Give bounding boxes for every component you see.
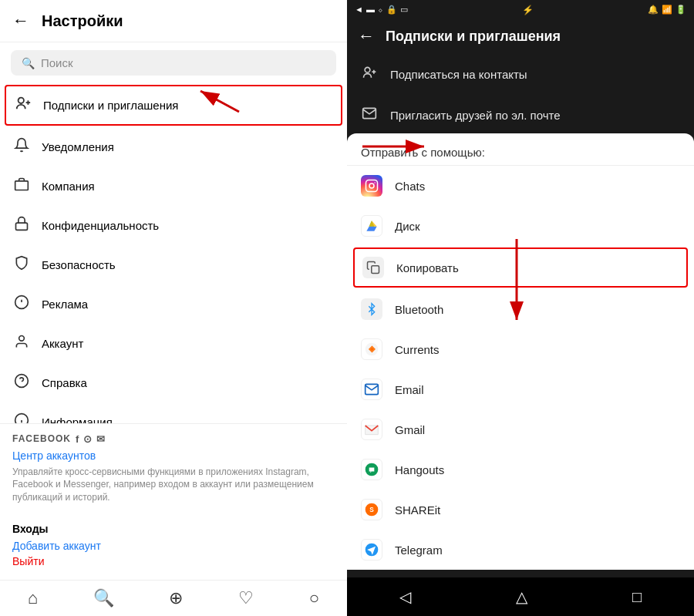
drive-app-icon	[361, 215, 382, 237]
left-title: Настройки	[42, 12, 123, 30]
subscribe-icon	[361, 65, 378, 84]
right-home-nav-icon[interactable]: △	[516, 587, 527, 606]
privacy-icon	[12, 216, 31, 235]
signal-icon: ◄	[355, 5, 363, 14]
entries-section: Входы Добавить аккаунт Выйти	[0, 513, 347, 580]
info-label: Информация	[42, 416, 113, 423]
share-item-currents[interactable]: ◈ Currents	[347, 329, 694, 369]
drive-label: Диск	[395, 220, 420, 233]
left-bottom-nav: ⌂ 🔍 ⊕ ♡ ○	[0, 580, 347, 616]
battery-icon: 🔋	[675, 5, 686, 15]
profile-icon[interactable]: ○	[309, 588, 319, 608]
notifications-icon	[12, 137, 31, 157]
right-back-icon[interactable]: ←	[358, 26, 375, 46]
menu-item-ads[interactable]: Реклама	[0, 284, 347, 324]
fb-title: FACEBOOK f ⊙ ✉	[12, 433, 335, 445]
right-item-email-invite[interactable]: Пригласить друзей по эл. почте	[347, 95, 694, 136]
menu-item-account[interactable]: Аккаунт	[0, 324, 347, 363]
svg-rect-34	[372, 266, 379, 274]
storage-icon: ▬	[366, 5, 375, 14]
share-item-chats[interactable]: Chats	[347, 166, 694, 206]
menu-item-help[interactable]: Справка	[0, 363, 347, 402]
shareit-label: SHAREit	[395, 503, 440, 517]
svg-rect-4	[16, 223, 28, 230]
right-item-subscribe[interactable]: Подписаться на контакты	[347, 54, 694, 95]
email-invite-icon	[361, 106, 378, 125]
email-invite-label: Пригласить друзей по эл. почте	[390, 109, 561, 122]
status-right: 🔔 📶 🔋	[648, 5, 686, 15]
left-header: ← Настройки	[0, 0, 347, 42]
left-panel: ← Настройки 🔍 Поиск Подписки и приглашен…	[0, 0, 347, 616]
home-icon[interactable]: ⌂	[28, 588, 38, 608]
add-icon[interactable]: ⊕	[169, 588, 183, 608]
company-label: Компания	[42, 180, 95, 193]
gmail-app-icon	[361, 419, 382, 440]
right-back-nav-icon[interactable]: ◁	[399, 587, 411, 606]
hangouts-app-icon	[361, 459, 382, 480]
share-item-hangouts[interactable]: Hangouts	[347, 449, 694, 490]
menu-item-info[interactable]: Информация	[0, 402, 347, 423]
right-header: ← Подписки и приглашения	[347, 19, 694, 54]
volume-icon: 🔔	[648, 5, 659, 15]
menu-item-company[interactable]: Компания	[0, 167, 347, 206]
chats-label: Chats	[395, 180, 425, 193]
gmail-label: Gmail	[395, 423, 425, 436]
wifi-icon: 📶	[662, 5, 672, 15]
search-bar[interactable]: 🔍 Поиск	[11, 50, 336, 76]
share-item-telegram[interactable]: Telegram	[347, 530, 694, 570]
search-nav-icon[interactable]: 🔍	[93, 588, 114, 608]
currents-app-icon: ◈	[361, 338, 382, 360]
chats-app-icon	[361, 175, 382, 197]
help-label: Справка	[42, 376, 87, 389]
svg-rect-3	[15, 181, 29, 190]
back-icon[interactable]: ←	[12, 11, 29, 31]
copy-app-icon	[362, 257, 384, 278]
fb-accounts-link[interactable]: Центр аккаунтов	[12, 449, 335, 462]
subscriptions-label: Подписки и приглашения	[43, 99, 178, 112]
info-icon	[12, 412, 31, 423]
share-sheet-title: Отправить с помощью:	[347, 133, 694, 166]
telegram-app-icon	[361, 539, 382, 560]
fb-social-icons: f ⊙ ✉	[76, 433, 106, 445]
hangouts-label: Hangouts	[395, 463, 444, 476]
add-account-link[interactable]: Добавить аккаунт	[12, 540, 335, 552]
status-bar: ◄ ▬ ⬦ 🔒 ▭ ⚡ 🔔 📶 🔋	[347, 0, 694, 19]
entries-title: Входы	[12, 523, 335, 535]
share-item-shareit[interactable]: S SHAREit	[347, 490, 694, 530]
menu-item-subscriptions[interactable]: Подписки и приглашения	[5, 85, 342, 126]
right-panel: ◄ ▬ ⬦ 🔒 ▭ ⚡ 🔔 📶 🔋 ← Подписки и приглашен…	[347, 0, 694, 616]
notifications-label: Уведомления	[42, 140, 114, 153]
menu-item-notifications[interactable]: Уведомления	[0, 127, 347, 167]
svg-text:S: S	[369, 506, 374, 513]
share-item-email[interactable]: Email	[347, 369, 694, 409]
share-sheet: Отправить с помощью: Chats Диск	[347, 133, 694, 570]
currents-label: Currents	[395, 343, 440, 356]
logout-link[interactable]: Выйти	[12, 555, 335, 567]
share-item-gmail[interactable]: Gmail	[347, 409, 694, 449]
account-icon	[12, 334, 31, 353]
menu-item-security[interactable]: Безопасность	[0, 245, 347, 284]
heart-icon[interactable]: ♡	[238, 588, 254, 608]
right-square-nav-icon[interactable]: □	[632, 588, 642, 606]
company-icon	[12, 177, 31, 196]
shareit-app-icon: S	[361, 499, 382, 520]
email-label: Email	[395, 383, 424, 396]
fb-description: Управляйте кросс-сервисными функциями в …	[12, 466, 335, 504]
security-icon	[12, 255, 31, 274]
search-placeholder: Поиск	[41, 56, 73, 69]
left-menu-list: Подписки и приглашения Уведомления Компа…	[0, 83, 347, 423]
facebook-section: FACEBOOK f ⊙ ✉ Центр аккаунтов Управляйт…	[0, 423, 347, 513]
menu-item-privacy[interactable]: Конфиденциальность	[0, 206, 347, 245]
search-icon: 🔍	[22, 57, 35, 69]
right-bottom-nav: ◁ △ □	[347, 577, 694, 616]
svg-text:◈: ◈	[368, 344, 376, 353]
copy-label: Копировать	[396, 261, 459, 274]
security-label: Безопасность	[42, 258, 116, 271]
share-item-copy[interactable]: Копировать	[353, 247, 688, 288]
lock-icon: 🔒	[386, 5, 397, 15]
svg-point-23	[365, 67, 370, 72]
ads-label: Реклама	[42, 298, 88, 311]
share-item-drive[interactable]: Диск	[347, 206, 694, 246]
telegram-label: Telegram	[395, 544, 443, 557]
share-item-bluetooth[interactable]: Bluetooth	[347, 289, 694, 329]
